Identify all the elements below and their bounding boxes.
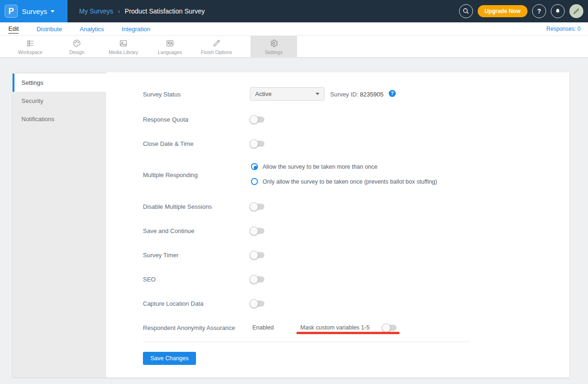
- form-divider: [143, 342, 470, 342]
- responses-count[interactable]: Responses: 0: [547, 26, 581, 32]
- survey-status-dropdown[interactable]: Active: [250, 87, 324, 101]
- survey-timer-label: Survey Timer: [143, 252, 179, 259]
- disable-multiple-sessions-label: Disable Multiple Sessions: [143, 203, 212, 210]
- survey-status-value: Active: [255, 90, 316, 97]
- toolbar-item-label: Design: [69, 49, 85, 55]
- settings-gear-icon: [269, 39, 278, 48]
- save-and-continue-toggle[interactable]: [250, 228, 264, 234]
- settings-card: Settings Security Notifications Survey S…: [13, 72, 569, 377]
- avatar-pencil-icon: [572, 7, 581, 15]
- workspace-icon: [26, 39, 35, 48]
- survey-timer-toggle[interactable]: [250, 252, 264, 258]
- breadcrumb-separator: ›: [118, 7, 120, 15]
- content-area: Settings Security Notifications Survey S…: [0, 58, 588, 384]
- design-icon: [72, 39, 81, 48]
- breadcrumb-current-survey: Product Satisfaction Survey: [125, 7, 205, 15]
- toolbar-item-design[interactable]: Design: [54, 36, 100, 58]
- radio-selected-icon[interactable]: [251, 163, 258, 170]
- multiple-responding-label: Multiple Responding: [143, 171, 198, 178]
- sidebar-item-label: Settings: [21, 79, 43, 86]
- save-changes-button[interactable]: Save Changes: [143, 352, 196, 365]
- upgrade-now-button[interactable]: Upgrade Now: [478, 5, 527, 17]
- chevron-down-icon: [51, 10, 54, 13]
- survey-id-label: Survey ID:: [330, 91, 358, 98]
- product-switcher[interactable]: P Surveys: [0, 0, 68, 22]
- breadcrumb-my-surveys[interactable]: My Surveys: [79, 7, 113, 15]
- settings-sidebar: Settings Security Notifications: [13, 72, 106, 377]
- search-icon: [462, 7, 470, 15]
- radio-option-only-once[interactable]: Only allow the survey to be taken once (…: [251, 178, 437, 185]
- capture-location-toggle[interactable]: [250, 301, 264, 307]
- help-button[interactable]: ?: [532, 4, 546, 18]
- languages-icon: [165, 39, 175, 48]
- toolbar-item-label: Media Library: [108, 49, 138, 55]
- toolbar-item-settings[interactable]: Settings: [250, 36, 297, 58]
- survey-id-help-icon[interactable]: ?: [389, 90, 396, 97]
- nav-tabs: Edit Distribute Analytics Integration: [8, 22, 150, 36]
- capture-location-label: Capture Location Data: [143, 300, 203, 307]
- topbar-actions: Upgrade Now ?: [459, 4, 583, 18]
- radio-option-label: Only allow the survey to be taken once (…: [263, 178, 437, 185]
- toolbar-item-label: Workspace: [18, 49, 42, 55]
- response-quota-label: Response Quota: [143, 116, 189, 123]
- survey-status-label: Survey Status: [143, 91, 181, 98]
- search-button[interactable]: [459, 4, 473, 18]
- survey-id-value: 8235905: [360, 91, 384, 98]
- toolbar-item-label: Languages: [158, 49, 182, 55]
- toolbar-item-workspace[interactable]: Workspace: [7, 36, 54, 58]
- seo-toggle[interactable]: [250, 276, 264, 282]
- sidebar-item-notifications[interactable]: Notifications: [13, 110, 106, 128]
- media-library-icon: [119, 39, 128, 48]
- sidebar-item-label: Security: [21, 97, 43, 104]
- radio-option-allow-multiple[interactable]: Allow the survey to be taken more than o…: [251, 163, 378, 170]
- topbar: P Surveys My Surveys › Product Satisfact…: [0, 0, 588, 22]
- disable-multiple-sessions-toggle[interactable]: [250, 204, 264, 210]
- sidebar-item-settings[interactable]: Settings: [13, 74, 106, 92]
- tab-distribute[interactable]: Distribute: [36, 26, 62, 33]
- annotation-underline: [297, 332, 399, 334]
- toolbar-item-media-library[interactable]: Media Library: [100, 36, 147, 58]
- settings-form: Survey Status Active Survey ID: 8235905 …: [106, 72, 569, 377]
- bell-icon: [554, 7, 561, 15]
- tab-integration[interactable]: Integration: [122, 26, 150, 33]
- anonymity-status-text: Enabled: [252, 324, 274, 331]
- radio-option-label: Allow the survey to be taken more than o…: [263, 164, 378, 170]
- chevron-down-icon: [316, 93, 319, 95]
- save-and-continue-label: Save and Continue: [143, 227, 195, 234]
- breadcrumb: My Surveys › Product Satisfaction Survey: [79, 0, 205, 22]
- toolbar-item-label: Finish Options: [201, 49, 232, 55]
- respondent-anonymity-label: Respondent Anonymity Assurance: [143, 324, 235, 331]
- question-mark-icon: ?: [537, 7, 541, 15]
- radio-unselected-icon[interactable]: [251, 178, 258, 185]
- toolbar-item-label: Settings: [265, 49, 283, 55]
- edit-toolbar: Workspace Design Media Library Languages…: [0, 36, 588, 58]
- questionpro-logo-icon: P: [5, 5, 18, 18]
- close-date-toggle[interactable]: [250, 141, 264, 147]
- mask-custom-variables-label: Mask custom variables 1-5: [300, 324, 370, 331]
- sidebar-item-label: Notifications: [21, 116, 54, 123]
- user-avatar[interactable]: [569, 4, 583, 18]
- toolbar-item-finish-options[interactable]: Finish Options: [193, 36, 240, 58]
- notifications-button[interactable]: [551, 4, 565, 18]
- close-date-label: Close Date & Time: [143, 140, 193, 147]
- seo-label: SEO: [143, 276, 155, 283]
- toolbar-item-languages[interactable]: Languages: [147, 36, 193, 58]
- tab-analytics[interactable]: Analytics: [80, 26, 104, 33]
- survey-nav-bar: Edit Distribute Analytics Integration Re…: [0, 22, 588, 36]
- finish-options-icon: [212, 39, 221, 48]
- product-name: Surveys: [22, 7, 47, 15]
- mask-custom-variables-toggle[interactable]: [383, 325, 397, 331]
- sidebar-item-security[interactable]: Security: [13, 92, 106, 110]
- response-quota-toggle[interactable]: [250, 117, 264, 123]
- tab-edit[interactable]: Edit: [8, 25, 19, 34]
